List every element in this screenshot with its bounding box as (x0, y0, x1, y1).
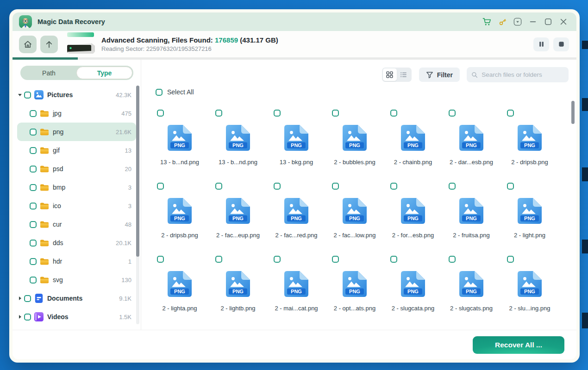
search-input[interactable] (482, 71, 564, 78)
file-item[interactable]: PNG 2 - dar...esb.png (442, 107, 500, 180)
folder-icon (40, 183, 49, 192)
tree-checkbox[interactable] (30, 221, 37, 228)
caret-icon[interactable] (18, 296, 22, 300)
file-item[interactable]: PNG 13 - bkg.png (267, 107, 325, 180)
caret-icon[interactable] (18, 315, 22, 319)
tree-checkbox[interactable] (30, 166, 37, 173)
file-checkbox[interactable] (215, 110, 222, 117)
filter-button[interactable]: Filter (419, 68, 460, 82)
tree-checkbox[interactable] (24, 92, 31, 99)
tree-checkbox[interactable] (24, 314, 31, 321)
file-checkbox[interactable] (274, 256, 281, 263)
sidebar-item-ico[interactable]: ico 3 (17, 197, 136, 215)
file-checkbox[interactable] (507, 183, 514, 190)
file-item[interactable]: PNG 2 - dripsb.png (150, 180, 209, 253)
file-checkbox[interactable] (390, 256, 397, 263)
sidebar-item-videos[interactable]: Videos 1.5K (17, 308, 136, 326)
tree-checkbox[interactable] (30, 184, 37, 191)
file-item[interactable]: PNG 2 - slugcats.png (442, 253, 500, 326)
pause-scan-button[interactable] (533, 37, 549, 51)
file-checkbox[interactable] (449, 110, 456, 117)
tab-path[interactable]: Path (21, 67, 76, 79)
recover-all-button[interactable]: Recover All ... (473, 336, 564, 354)
file-checkbox[interactable] (215, 256, 222, 263)
file-checkbox[interactable] (507, 256, 514, 263)
up-level-button[interactable] (40, 36, 58, 53)
file-item[interactable]: PNG 2 - fac...low.png (325, 180, 384, 253)
file-checkbox[interactable] (274, 110, 281, 117)
file-item[interactable]: PNG 2 - lightb.png (209, 253, 267, 326)
file-item[interactable]: PNG 2 - fac...eup.png (209, 180, 267, 253)
file-checkbox[interactable] (274, 183, 281, 190)
key-icon[interactable] (498, 17, 507, 26)
sidebar-item-dds[interactable]: dds 20.1K (17, 234, 136, 252)
list-view-button[interactable] (397, 68, 411, 81)
tree-checkbox[interactable] (30, 147, 37, 154)
sidebar-item-documents[interactable]: Documents 9.1K (17, 289, 136, 308)
tree-checkbox[interactable] (24, 295, 31, 302)
minimize-button[interactable] (528, 17, 538, 26)
file-name: 2 - fac...low.png (333, 232, 375, 239)
folder-icon (40, 127, 49, 136)
sidebar-item-hdr[interactable]: hdr 1 (17, 252, 136, 271)
tree-checkbox[interactable] (30, 203, 37, 210)
sidebar-item-cur[interactable]: cur 48 (17, 215, 136, 234)
file-item[interactable]: PNG 2 - mai...cat.png (267, 253, 325, 326)
file-item[interactable]: PNG 2 - for...esb.png (384, 180, 442, 253)
sidebar-item-psd[interactable]: psd 20 (17, 160, 136, 178)
file-checkbox[interactable] (449, 256, 456, 263)
file-checkbox[interactable] (157, 110, 164, 117)
file-checkbox[interactable] (390, 110, 397, 117)
file-checkbox[interactable] (507, 110, 514, 117)
cart-icon[interactable] (482, 17, 492, 26)
file-item[interactable]: PNG 2 - fruitsa.png (442, 180, 500, 253)
sidebar-item-png[interactable]: png 21.6K (17, 123, 136, 141)
file-checkbox[interactable] (332, 183, 339, 190)
sidebar-item-gif[interactable]: gif 13 (17, 141, 136, 160)
tree-checkbox[interactable] (30, 277, 37, 284)
file-checkbox[interactable] (157, 256, 164, 263)
file-item[interactable]: PNG 13 - b...nd.png (209, 107, 267, 180)
file-checkbox[interactable] (332, 256, 339, 263)
tree-checkbox[interactable] (30, 258, 37, 265)
file-item[interactable]: PNG 2 - chainb.png (384, 107, 442, 180)
sidebar-item-svg[interactable]: svg 130 (17, 271, 136, 289)
file-checkbox[interactable] (449, 183, 456, 190)
main-scrollbar-thumb[interactable] (571, 101, 575, 124)
files-found-count: 176859 (215, 36, 238, 44)
stop-scan-button[interactable] (553, 37, 569, 51)
grid-view-button[interactable] (383, 68, 397, 81)
file-checkbox[interactable] (332, 110, 339, 117)
file-item[interactable]: PNG 2 - opt...ats.png (325, 253, 384, 326)
file-checkbox[interactable] (157, 183, 164, 190)
file-item[interactable]: PNG 13 - b...nd.png (150, 107, 209, 180)
tab-type[interactable]: Type (76, 67, 132, 79)
tree-checkbox[interactable] (30, 129, 37, 136)
file-item[interactable]: PNG 2 - fac...red.png (267, 180, 325, 253)
search-box[interactable] (467, 67, 569, 82)
sidebar-scrollbar-thumb[interactable] (136, 86, 139, 257)
file-item[interactable]: PNG 2 - slugcata.png (384, 253, 442, 326)
file-checkbox[interactable] (390, 183, 397, 190)
caret-icon[interactable] (18, 94, 22, 96)
tree-checkbox[interactable] (30, 240, 37, 247)
menu-dropdown-icon[interactable] (513, 17, 522, 26)
file-item[interactable]: PNG 2 - light.png (500, 180, 559, 253)
select-all-checkbox[interactable] (156, 89, 163, 96)
svg-text:PNG: PNG (291, 216, 302, 221)
file-name: 2 - chainb.png (394, 159, 432, 166)
funnel-icon (426, 71, 433, 79)
sidebar-item-pictures[interactable]: Pictures 42.3K (17, 86, 136, 104)
home-button[interactable] (19, 36, 37, 53)
tree-count: 1.5K (119, 314, 131, 321)
file-checkbox[interactable] (215, 183, 222, 190)
file-item[interactable]: PNG 2 - dripsb.png (500, 107, 559, 180)
close-button[interactable] (559, 17, 568, 26)
sidebar-item-jpg[interactable]: jpg 475 (17, 104, 136, 123)
maximize-button[interactable] (544, 17, 553, 26)
sidebar-item-bmp[interactable]: bmp 3 (17, 178, 136, 197)
file-item[interactable]: PNG 2 - bubbles.png (325, 107, 384, 180)
file-item[interactable]: PNG 2 - slu...ing.png (500, 253, 559, 326)
tree-checkbox[interactable] (30, 110, 37, 117)
file-item[interactable]: PNG 2 - lighta.png (150, 253, 209, 326)
